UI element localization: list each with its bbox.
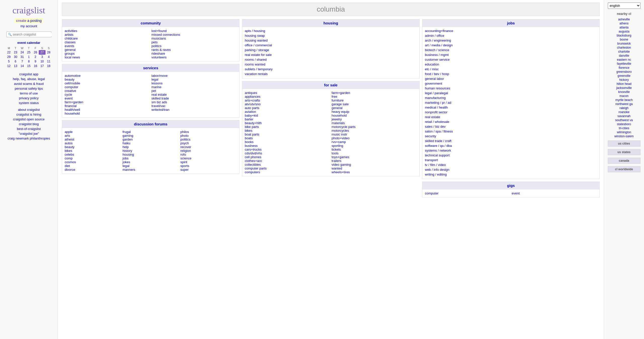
- services-link[interactable]: travel/vac: [151, 104, 237, 108]
- community-link[interactable]: activities: [65, 29, 150, 33]
- nearby-city-link[interactable]: roanoke: [614, 110, 634, 114]
- jobs-link[interactable]: retail / wholesale: [425, 120, 597, 124]
- forum-link[interactable]: sports: [180, 164, 237, 168]
- forum-link[interactable]: diet: [65, 164, 121, 168]
- us-cities-btn[interactable]: us cities: [608, 141, 640, 147]
- forum-link[interactable]: legal: [123, 164, 179, 168]
- forsale-link[interactable]: antiques: [245, 91, 330, 95]
- forsale-link[interactable]: beauty+hlth: [245, 121, 330, 125]
- forum-link[interactable]: frugal: [123, 130, 179, 134]
- calendar-day[interactable]: 31: [19, 55, 25, 59]
- nearby-city-link[interactable]: macon: [614, 94, 634, 98]
- nearby-city-link[interactable]: augusta: [614, 30, 634, 33]
- calendar-day[interactable]: 12: [6, 64, 12, 68]
- community-link[interactable]: events: [65, 44, 150, 48]
- housing-link[interactable]: housing swap: [245, 34, 417, 38]
- forum-link[interactable]: housing: [123, 153, 179, 156]
- canada-btn[interactable]: canada: [608, 158, 640, 164]
- services-link[interactable]: write/ed/tran: [151, 108, 237, 112]
- nearby-city-link[interactable]: greenville: [614, 74, 634, 78]
- calendar-day[interactable]: 23: [12, 50, 19, 55]
- jobs-link[interactable]: accounting+finance: [425, 29, 597, 33]
- forum-link[interactable]: religion: [180, 149, 237, 153]
- footer-link[interactable]: best-of-craigslist: [17, 127, 41, 131]
- housing-link[interactable]: rooms / shared: [245, 58, 417, 61]
- community-link[interactable]: general: [65, 48, 150, 52]
- jobs-link[interactable]: systems / network: [425, 149, 597, 152]
- calendar-day[interactable]: 27: [39, 50, 45, 55]
- language-select[interactable]: english: [608, 3, 640, 9]
- footer-link[interactable]: craigslist blog: [19, 122, 39, 126]
- sidebar-link[interactable]: craigslist app: [19, 72, 38, 76]
- nearby-city-link[interactable]: hilton head: [614, 82, 634, 86]
- housing-link[interactable]: sublets / temporary: [245, 67, 417, 71]
- nearby-city-link[interactable]: jacksonville: [614, 86, 634, 90]
- forsale-link[interactable]: toys+games: [332, 155, 417, 159]
- forsale-link[interactable]: cell phones: [245, 155, 330, 159]
- calendar-day[interactable]: 24: [19, 50, 25, 55]
- services-link[interactable]: household: [65, 112, 150, 115]
- community-link[interactable]: volunteers: [151, 55, 237, 59]
- services-link[interactable]: real estate: [151, 93, 237, 96]
- calendar-day[interactable]: 14: [19, 64, 25, 68]
- forsale-link[interactable]: boats: [245, 136, 330, 140]
- jobs-link[interactable]: sales / biz dev: [425, 125, 597, 128]
- forsale-link[interactable]: trailers: [332, 159, 417, 163]
- forum-link[interactable]: atheist: [65, 138, 121, 141]
- housing-link[interactable]: apts / housing: [245, 29, 417, 33]
- calendar-day[interactable]: 2: [32, 55, 39, 59]
- forsale-link[interactable]: sporting: [332, 144, 417, 148]
- services-link[interactable]: computer: [65, 85, 150, 89]
- jobs-link[interactable]: nonprofit sector: [425, 110, 597, 114]
- community-link[interactable]: classes: [65, 40, 150, 44]
- nearby-city-link[interactable]: asheville: [614, 18, 634, 21]
- calendar-day[interactable]: 6: [12, 59, 19, 64]
- forum-link[interactable]: arts: [65, 134, 121, 138]
- forsale-link[interactable]: appliances: [245, 95, 330, 98]
- jobs-link[interactable]: government: [425, 82, 597, 85]
- forsale-link[interactable]: clothes+acc: [245, 159, 330, 163]
- forsale-link[interactable]: boat parts: [245, 132, 330, 136]
- housing-link[interactable]: rooms wanted: [245, 62, 417, 66]
- forsale-link[interactable]: wanted: [332, 166, 417, 170]
- nearby-city-link[interactable]: myrtle beach: [614, 98, 634, 102]
- jobs-link[interactable]: art / media / design: [425, 43, 597, 47]
- nearby-city-link[interactable]: danville: [614, 54, 634, 57]
- forum-link[interactable]: comp: [65, 156, 121, 160]
- nearby-city-link[interactable]: southwest va: [614, 118, 634, 122]
- jobs-link[interactable]: etc / misc: [425, 67, 597, 71]
- nearby-city-link[interactable]: greensboro: [614, 70, 634, 74]
- jobs-link[interactable]: real estate: [425, 115, 597, 119]
- forsale-link[interactable]: cds/dvd/vhs: [245, 151, 330, 155]
- sidebar-link[interactable]: terms of use: [20, 91, 38, 95]
- forsale-link[interactable]: collectibles: [245, 163, 330, 166]
- nearby-city-link[interactable]: eastern nc: [614, 58, 634, 61]
- forsale-link[interactable]: materials: [332, 121, 417, 125]
- calendar-day[interactable]: 5: [6, 59, 12, 64]
- forum-link[interactable]: photo: [180, 134, 237, 138]
- forsale-link[interactable]: rvs+camp: [332, 140, 417, 144]
- calendar-day[interactable]: 13: [12, 64, 19, 68]
- services-link[interactable]: legal: [151, 78, 237, 81]
- calendar-day[interactable]: 15: [25, 64, 32, 68]
- community-link[interactable]: local news: [65, 55, 150, 59]
- jobs-link[interactable]: food / bev / hosp: [425, 72, 597, 76]
- forum-link[interactable]: haiku: [123, 141, 179, 145]
- forsale-link[interactable]: tickets: [332, 148, 417, 151]
- calendar-day[interactable]: 22: [6, 50, 12, 55]
- my-account-link[interactable]: my account: [20, 24, 37, 28]
- cl-worldwide-btn[interactable]: cl worldwide: [608, 166, 640, 172]
- forsale-link[interactable]: video gaming: [332, 163, 417, 166]
- jobs-link[interactable]: manufacturing: [425, 96, 597, 100]
- forsale-link[interactable]: farm+garden: [332, 91, 417, 95]
- forum-link[interactable]: bikes: [65, 149, 121, 153]
- forum-link[interactable]: beauty: [65, 145, 121, 149]
- jobs-link[interactable]: transport: [425, 158, 597, 162]
- footer-link[interactable]: "craigslist joe": [19, 132, 39, 135]
- services-link[interactable]: farm+garden: [65, 100, 150, 104]
- sidebar-link[interactable]: personal safety tips: [15, 87, 43, 90]
- forsale-link[interactable]: garage sale: [332, 102, 417, 106]
- forum-link[interactable]: politics: [180, 138, 237, 141]
- services-link[interactable]: marine: [151, 85, 237, 89]
- forsale-link[interactable]: photo+video: [332, 136, 417, 140]
